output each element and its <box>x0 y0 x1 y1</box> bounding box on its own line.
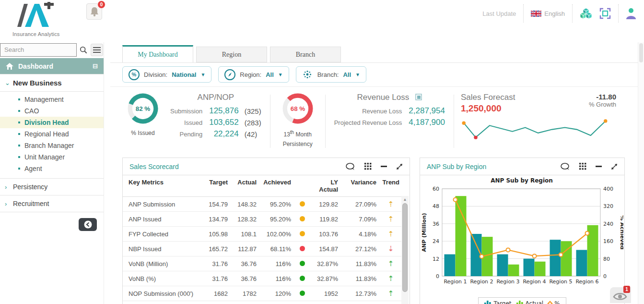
svg-text:160: 160 <box>603 238 613 244</box>
uk-flag-icon <box>531 11 541 17</box>
legend-item-[interactable]: % <box>548 300 560 304</box>
table-row: VoNB (Million)31.7636.76116%32.87%11.83%… <box>123 256 402 271</box>
tab-branch[interactable]: Branch <box>270 47 341 62</box>
cell: 9.73% <box>341 301 379 304</box>
sidebar-item-management[interactable]: Management <box>0 94 104 105</box>
sidebar-section-new-business[interactable]: ⌄New Business <box>0 74 104 92</box>
chevron-down-icon: ▼ <box>278 72 283 77</box>
trend-up-icon: ⇡ <box>379 301 402 304</box>
column-header: Trend <box>379 175 402 197</box>
svg-text:Region 6: Region 6 <box>575 279 598 285</box>
user-menu-button[interactable] <box>626 8 636 19</box>
search-input[interactable] <box>0 43 77 57</box>
minimize-button[interactable] <box>381 163 387 170</box>
notifications-button[interactable]: 0 <box>86 3 102 20</box>
svg-text:80: 80 <box>603 256 610 262</box>
sidebar-nav: ⌄New BusinessManagementCAODivision HeadR… <box>0 74 104 212</box>
svg-text:Region 1: Region 1 <box>444 279 467 285</box>
kpi-revenue-loss: Revenue Loss Revenue Loss2,287,954Projec… <box>332 93 447 128</box>
status-dot <box>294 227 310 242</box>
grid-button[interactable] <box>364 163 372 170</box>
sidebar-section-recruitment[interactable]: ›Recruitment <box>0 195 104 212</box>
menu-toggle-button[interactable] <box>91 44 103 56</box>
collapse-panel-icon[interactable]: ⊟ <box>93 62 98 70</box>
status-dot <box>294 197 310 212</box>
dashboard-label: Dashboard <box>18 62 53 70</box>
kpi-anp-nop: 82 % % Issued ANP/NOP Submission125,876(… <box>122 93 263 140</box>
copy-icon[interactable] <box>414 94 422 102</box>
column-header: LY Actual <box>310 175 341 197</box>
svg-text:240: 240 <box>603 221 613 227</box>
cell: 7.09% <box>341 212 379 227</box>
expand-icon <box>396 163 403 170</box>
donut-value-label: 82 % <box>136 105 151 112</box>
tab-my-dashboard[interactable]: My Dashboard <box>122 45 193 62</box>
legend-item-actual[interactable]: Actual <box>516 300 544 304</box>
cell: 103.76 <box>310 227 341 242</box>
table-row: NBP Issued165.72112.8768.11%154.8727.12%… <box>123 242 402 256</box>
anp-row: Pending22,224(42) <box>168 128 263 140</box>
percent-icon: % <box>129 69 140 80</box>
table-row: NOP Issued (000')16521762107%19529.73%⇡ <box>123 301 402 304</box>
sidebar-item-unit-manager[interactable]: Unit Manager <box>0 151 104 163</box>
sidebar-item-regional-head[interactable]: Regional Head <box>0 128 104 140</box>
expand-button[interactable] <box>396 163 403 170</box>
grid-button[interactable] <box>579 163 586 170</box>
legend-item-target[interactable]: Target <box>484 300 511 304</box>
sidebar-item-cao[interactable]: CAO <box>0 105 104 117</box>
apps-button[interactable] <box>580 7 592 20</box>
cell: 1652 <box>201 301 231 304</box>
grid-icon <box>579 163 586 170</box>
comment-icon <box>346 163 355 170</box>
kpi-persistency: 68 % 13th Month Persistency <box>277 93 318 149</box>
tab-region[interactable]: Region <box>196 47 267 62</box>
svg-text:0: 0 <box>436 273 439 280</box>
page-scrollbar[interactable] <box>638 42 644 304</box>
cell: 95.20% <box>259 212 294 227</box>
cell: 116% <box>259 256 294 271</box>
cell: 11.83% <box>341 271 379 286</box>
comment-button[interactable] <box>346 163 355 170</box>
cell: 128.32 <box>231 212 259 227</box>
bullet-icon <box>18 156 20 158</box>
accessibility-eye-widget[interactable]: 1 <box>610 287 631 303</box>
sidebar-dashboard-header[interactable]: Dashboard ⊟ <box>0 58 104 74</box>
scroll-up-icon[interactable]: ▲ <box>401 197 409 202</box>
cell: ANP Submission <box>123 197 201 212</box>
donut-value-label: 68 % <box>290 105 305 112</box>
sidebar-collapse-button[interactable] <box>79 218 97 231</box>
bullet-icon <box>18 133 20 135</box>
language-selector[interactable]: English <box>531 10 565 17</box>
sidebar-item-division-head[interactable]: Division Head <box>0 117 104 128</box>
cell: 27.09% <box>341 197 379 212</box>
svg-text:Region 5: Region 5 <box>549 279 572 285</box>
table-scrollbar[interactable]: ▲ ▼ <box>401 196 409 304</box>
sidebar-section-persistency[interactable]: ›Persistency <box>0 179 104 195</box>
panel-title: ANP Sub by Region <box>427 163 486 170</box>
cell: 108.1 <box>231 227 259 242</box>
scrollbar-thumb[interactable] <box>402 203 408 292</box>
filter-branch[interactable]: Branch:All▼ <box>296 66 366 83</box>
bullet-icon <box>18 145 20 146</box>
sidebar-item-agent[interactable]: Agent <box>0 163 104 174</box>
expand-button[interactable] <box>611 163 618 170</box>
scrollbar-thumb[interactable] <box>639 43 643 62</box>
comment-icon <box>561 163 570 170</box>
cell: 1682 <box>201 286 231 301</box>
issued-donut-chart: 82 % <box>127 93 159 124</box>
sidebar-item-branch-manager[interactable]: Branch Manager <box>0 140 104 151</box>
minimize-button[interactable] <box>596 163 602 170</box>
search-button[interactable] <box>77 43 90 57</box>
filter-division[interactable]: %Division:National▼ <box>122 66 211 83</box>
cell: 31.76 <box>201 271 231 286</box>
cubes-icon <box>580 7 592 20</box>
bullet-icon <box>18 110 20 112</box>
logo-subtitle: Insurance Analytics <box>12 31 65 37</box>
table-row: NOP Submission (000')16821782120%195212.… <box>123 286 402 301</box>
table-row: VoNB (%)31.7636.76116%32.87%11.83%⇡ <box>123 271 402 286</box>
filter-region[interactable]: Region:All▼ <box>218 66 289 83</box>
sidebar: Dashboard ⊟ ⌄New BusinessManagementCAODi… <box>0 42 104 304</box>
chevron-right-icon: › <box>5 183 10 191</box>
fullscreen-button[interactable] <box>599 8 611 19</box>
comment-button[interactable] <box>561 163 570 170</box>
